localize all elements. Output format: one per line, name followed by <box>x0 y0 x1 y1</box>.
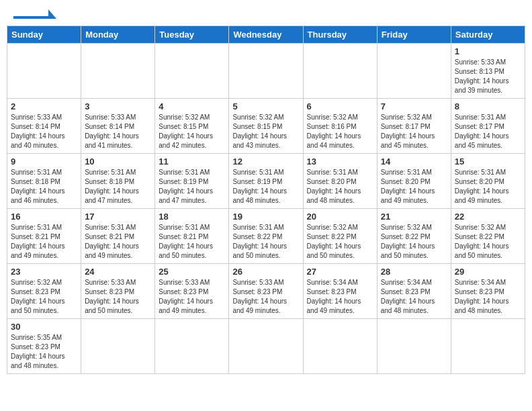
calendar-cell: 24Sunrise: 5:33 AMSunset: 8:23 PMDayligh… <box>81 264 155 319</box>
day-info: Sunrise: 5:32 AMSunset: 8:22 PMDaylight:… <box>381 223 447 261</box>
calendar-cell <box>7 44 81 99</box>
day-number: 25 <box>159 267 225 277</box>
day-info: Sunrise: 5:32 AMSunset: 8:22 PMDaylight:… <box>307 223 373 261</box>
day-info: Sunrise: 5:32 AMSunset: 8:17 PMDaylight:… <box>381 113 447 150</box>
calendar-cell: 11Sunrise: 5:31 AMSunset: 8:19 PMDayligh… <box>155 154 229 209</box>
week-row-4: 23Sunrise: 5:32 AMSunset: 8:23 PMDayligh… <box>7 264 525 319</box>
day-info: Sunrise: 5:35 AMSunset: 8:23 PMDaylight:… <box>11 333 77 371</box>
calendar-cell <box>303 319 377 374</box>
calendar-cell: 9Sunrise: 5:31 AMSunset: 8:18 PMDaylight… <box>7 154 81 209</box>
calendar-cell: 18Sunrise: 5:31 AMSunset: 8:21 PMDayligh… <box>155 209 229 264</box>
calendar-header <box>7 7 525 21</box>
day-info: Sunrise: 5:34 AMSunset: 8:23 PMDaylight:… <box>381 278 447 316</box>
calendar-cell: 28Sunrise: 5:34 AMSunset: 8:23 PMDayligh… <box>377 264 451 319</box>
day-number: 29 <box>455 267 521 277</box>
calendar-cell: 6Sunrise: 5:32 AMSunset: 8:16 PMDaylight… <box>303 99 377 154</box>
calendar-cell <box>229 319 303 374</box>
calendar-cell: 22Sunrise: 5:32 AMSunset: 8:22 PMDayligh… <box>451 209 525 264</box>
day-info: Sunrise: 5:31 AMSunset: 8:22 PMDaylight:… <box>232 223 299 261</box>
calendar-cell: 20Sunrise: 5:32 AMSunset: 8:22 PMDayligh… <box>303 209 377 264</box>
calendar-cell: 23Sunrise: 5:32 AMSunset: 8:23 PMDayligh… <box>7 264 81 319</box>
weekday-header-thursday: Thursday <box>303 26 377 44</box>
day-info: Sunrise: 5:32 AMSunset: 8:15 PMDaylight:… <box>232 113 299 150</box>
day-info: Sunrise: 5:32 AMSunset: 8:23 PMDaylight:… <box>11 278 77 316</box>
calendar-cell: 1Sunrise: 5:33 AMSunset: 8:13 PMDaylight… <box>451 44 525 99</box>
calendar-cell <box>377 44 451 99</box>
day-number: 9 <box>11 156 77 167</box>
day-info: Sunrise: 5:31 AMSunset: 8:21 PMDaylight:… <box>85 223 151 261</box>
day-number: 26 <box>232 267 299 277</box>
weekday-header-monday: Monday <box>81 26 155 44</box>
day-number: 16 <box>11 212 77 222</box>
day-info: Sunrise: 5:33 AMSunset: 8:14 PMDaylight:… <box>11 113 77 150</box>
calendar-cell <box>451 319 525 374</box>
calendar-cell: 10Sunrise: 5:31 AMSunset: 8:18 PMDayligh… <box>81 154 155 209</box>
calendar-cell: 29Sunrise: 5:34 AMSunset: 8:23 PMDayligh… <box>451 264 525 319</box>
day-number: 8 <box>455 101 521 111</box>
weekday-header-saturday: Saturday <box>451 26 525 44</box>
calendar-cell: 12Sunrise: 5:31 AMSunset: 8:19 PMDayligh… <box>229 154 303 209</box>
week-row-2: 9Sunrise: 5:31 AMSunset: 8:18 PMDaylight… <box>7 154 525 209</box>
calendar-cell <box>303 44 377 99</box>
calendar-cell: 25Sunrise: 5:33 AMSunset: 8:23 PMDayligh… <box>155 264 229 319</box>
day-info: Sunrise: 5:31 AMSunset: 8:18 PMDaylight:… <box>11 168 77 205</box>
day-number: 18 <box>159 212 225 222</box>
calendar-table: SundayMondayTuesdayWednesdayThursdayFrid… <box>7 26 525 374</box>
weekday-header-row: SundayMondayTuesdayWednesdayThursdayFrid… <box>7 26 525 44</box>
calendar-cell: 8Sunrise: 5:31 AMSunset: 8:17 PMDaylight… <box>451 99 525 154</box>
day-info: Sunrise: 5:31 AMSunset: 8:17 PMDaylight:… <box>455 113 521 150</box>
day-info: Sunrise: 5:31 AMSunset: 8:20 PMDaylight:… <box>307 168 373 205</box>
calendar-cell: 16Sunrise: 5:31 AMSunset: 8:21 PMDayligh… <box>7 209 81 264</box>
day-info: Sunrise: 5:34 AMSunset: 8:23 PMDaylight:… <box>307 278 373 316</box>
day-number: 24 <box>85 267 151 277</box>
day-number: 17 <box>85 212 151 222</box>
day-info: Sunrise: 5:32 AMSunset: 8:15 PMDaylight:… <box>159 113 225 150</box>
weekday-header-tuesday: Tuesday <box>155 26 229 44</box>
day-info: Sunrise: 5:31 AMSunset: 8:19 PMDaylight:… <box>232 168 299 205</box>
day-number: 13 <box>307 156 373 167</box>
week-row-1: 2Sunrise: 5:33 AMSunset: 8:14 PMDaylight… <box>7 99 525 154</box>
day-info: Sunrise: 5:32 AMSunset: 8:22 PMDaylight:… <box>455 223 521 261</box>
day-info: Sunrise: 5:31 AMSunset: 8:21 PMDaylight:… <box>159 223 225 261</box>
day-number: 28 <box>381 267 447 277</box>
day-number: 21 <box>381 212 447 222</box>
day-info: Sunrise: 5:31 AMSunset: 8:18 PMDaylight:… <box>85 168 151 205</box>
day-info: Sunrise: 5:31 AMSunset: 8:20 PMDaylight:… <box>455 168 521 205</box>
calendar-cell: 5Sunrise: 5:32 AMSunset: 8:15 PMDaylight… <box>229 99 303 154</box>
day-info: Sunrise: 5:33 AMSunset: 8:23 PMDaylight:… <box>232 278 299 316</box>
calendar-cell <box>81 319 155 374</box>
calendar-cell <box>81 44 155 99</box>
day-info: Sunrise: 5:31 AMSunset: 8:19 PMDaylight:… <box>159 168 225 205</box>
calendar-cell: 4Sunrise: 5:32 AMSunset: 8:15 PMDaylight… <box>155 99 229 154</box>
day-number: 3 <box>85 101 151 111</box>
calendar-cell: 3Sunrise: 5:33 AMSunset: 8:14 PMDaylight… <box>81 99 155 154</box>
day-number: 7 <box>381 101 447 111</box>
logo <box>13 12 56 19</box>
day-number: 27 <box>307 267 373 277</box>
calendar-cell: 7Sunrise: 5:32 AMSunset: 8:17 PMDaylight… <box>377 99 451 154</box>
week-row-0: 1Sunrise: 5:33 AMSunset: 8:13 PMDaylight… <box>7 44 525 99</box>
calendar-cell: 19Sunrise: 5:31 AMSunset: 8:22 PMDayligh… <box>229 209 303 264</box>
day-number: 19 <box>232 212 299 222</box>
day-info: Sunrise: 5:31 AMSunset: 8:21 PMDaylight:… <box>11 223 77 261</box>
calendar-cell: 15Sunrise: 5:31 AMSunset: 8:20 PMDayligh… <box>451 154 525 209</box>
day-number: 23 <box>11 267 77 277</box>
day-number: 6 <box>307 101 373 111</box>
day-number: 2 <box>11 101 77 111</box>
day-number: 5 <box>232 101 299 111</box>
day-info: Sunrise: 5:32 AMSunset: 8:16 PMDaylight:… <box>307 113 373 150</box>
day-number: 1 <box>455 46 521 56</box>
weekday-header-wednesday: Wednesday <box>229 26 303 44</box>
day-number: 12 <box>232 156 299 167</box>
calendar-cell: 14Sunrise: 5:31 AMSunset: 8:20 PMDayligh… <box>377 154 451 209</box>
weekday-header-sunday: Sunday <box>7 26 81 44</box>
day-number: 10 <box>85 156 151 167</box>
day-number: 14 <box>381 156 447 167</box>
calendar-cell <box>155 319 229 374</box>
calendar-cell: 2Sunrise: 5:33 AMSunset: 8:14 PMDaylight… <box>7 99 81 154</box>
calendar-cell: 30Sunrise: 5:35 AMSunset: 8:23 PMDayligh… <box>7 319 81 374</box>
day-number: 11 <box>159 156 225 167</box>
calendar-cell: 27Sunrise: 5:34 AMSunset: 8:23 PMDayligh… <box>303 264 377 319</box>
week-row-3: 16Sunrise: 5:31 AMSunset: 8:21 PMDayligh… <box>7 209 525 264</box>
calendar-cell: 13Sunrise: 5:31 AMSunset: 8:20 PMDayligh… <box>303 154 377 209</box>
